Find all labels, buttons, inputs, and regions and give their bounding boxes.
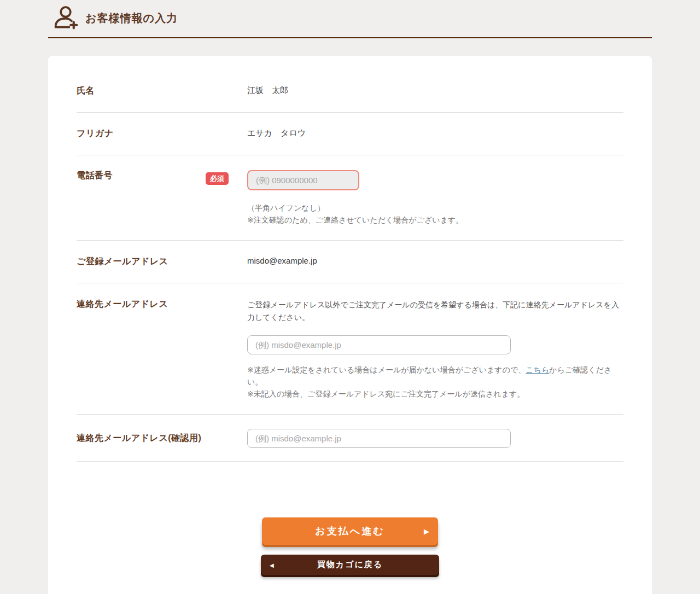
page-header: お客様情報の入力 (48, 0, 652, 38)
back-to-cart-button[interactable]: ◀ 買物カゴに戻る (261, 555, 439, 575)
required-badge: 必須 (206, 172, 229, 185)
registered-email-value: misdo@example.jp (247, 256, 623, 267)
name-label: 氏名 (77, 85, 247, 97)
chevron-left-icon: ◀ (270, 562, 274, 568)
registered-email-label: ご登録メールアドレス (77, 256, 247, 267)
chevron-right-icon: ▶ (424, 527, 429, 535)
contact-email-note-spam: ※迷惑メール設定をされている場合はメールが届かない場合がございますので、こちらか… (247, 364, 623, 388)
phone-label: 電話番号 (77, 170, 206, 226)
form-row-phone: 電話番号 必須 （半角ハイフンなし） ※注文確認のため、ご連絡させていただく場合… (77, 155, 623, 241)
contact-email-input[interactable] (247, 335, 511, 354)
form-row-contact-email-confirm: 連絡先メールアドレス(確認用) (77, 415, 623, 462)
kochira-link[interactable]: こちら (526, 365, 549, 374)
proceed-to-payment-label: お支払へ進む (315, 526, 384, 537)
phone-note-contact: ※注文確認のため、ご連絡させていただく場合がございます。 (247, 214, 623, 226)
kana-label: フリガナ (77, 128, 247, 139)
proceed-to-payment-button[interactable]: お支払へ進む ▶ (262, 517, 438, 545)
form-row-registered-email: ご登録メールアドレス misdo@example.jp (77, 241, 623, 283)
contact-email-note-blank: ※未記入の場合、ご登録メールアドレス宛にご注文完了メールが送信されます。 (247, 388, 623, 400)
contact-email-description: ご登録メールアドレス以外でご注文完了メールの受信を希望する場合は、下記に連絡先メ… (247, 299, 623, 323)
person-add-icon (52, 4, 79, 32)
note-spam-text-before: ※迷惑メール設定をされている場合はメールが届かない場合がございますので、 (247, 365, 526, 374)
form-row-name: 氏名 江坂 太郎 (77, 56, 623, 113)
phone-input[interactable] (247, 170, 359, 190)
contact-email-label: 連絡先メールアドレス (77, 299, 247, 400)
customer-info-form-card: 氏名 江坂 太郎 フリガナ エサカ タロウ 電話番号 必須 （半角ハイフンなし）… (48, 56, 652, 594)
phone-note-format: （半角ハイフンなし） (247, 202, 623, 214)
kana-value: エサカ タロウ (247, 128, 623, 139)
form-row-contact-email: 連絡先メールアドレス ご登録メールアドレス以外でご注文完了メールの受信を希望する… (77, 283, 623, 415)
name-value: 江坂 太郎 (247, 85, 623, 97)
page-title: お客様情報の入力 (85, 11, 178, 26)
contact-email-confirm-label: 連絡先メールアドレス(確認用) (77, 433, 247, 444)
contact-email-confirm-input[interactable] (247, 429, 511, 448)
back-to-cart-label: 買物カゴに戻る (317, 560, 383, 569)
form-actions: お支払へ進む ▶ ◀ 買物カゴに戻る (77, 517, 623, 575)
form-row-kana: フリガナ エサカ タロウ (77, 113, 623, 155)
